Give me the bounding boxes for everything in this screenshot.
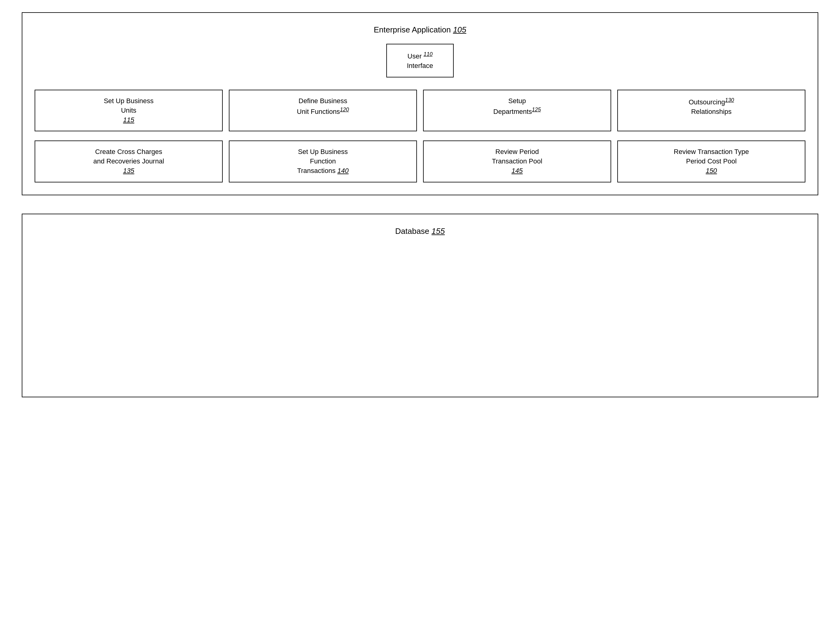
database-title: Database 155 — [34, 226, 806, 236]
review-ttpc-line1: Review Transaction Type — [674, 148, 749, 156]
set-up-business-units-ref: 115 — [123, 116, 134, 124]
review-transaction-type-period-cost-pool-box: Review Transaction Type Period Cost Pool… — [617, 141, 806, 182]
create-cross-charges-line2: and Recoveries Journal — [93, 157, 164, 165]
review-ttpc-ref: 150 — [706, 167, 717, 174]
database-ref: 155 — [432, 226, 445, 236]
set-up-business-function-transactions-box: Set Up Business Function Transactions 14… — [229, 141, 417, 182]
database-box: Database 155 — [22, 214, 818, 397]
user-interface-ref: 110 — [424, 51, 433, 57]
enterprise-app-label: Enterprise Application — [374, 25, 451, 34]
database-label: Database — [395, 226, 429, 236]
set-up-business-units-box: Set Up Business Units 115 — [34, 90, 223, 131]
set-up-business-units-line2: Units — [121, 107, 136, 114]
set-up-business-units-line1: Set Up Business — [104, 97, 154, 105]
outsourcing-label: Outsourcing — [689, 98, 725, 106]
top-components-row: Set Up Business Units 115 Define Busines… — [34, 90, 806, 131]
set-up-bft-line2: Function — [310, 157, 336, 165]
review-period-tp-line2: Transaction Pool — [492, 157, 542, 165]
setup-departments-line2: Departments — [493, 108, 532, 115]
review-period-tp-ref: 145 — [512, 167, 523, 174]
page-container: Enterprise Application 105 User 110 Inte… — [22, 12, 818, 397]
define-business-unit-functions-ref: 120 — [340, 107, 349, 113]
setup-departments-box: Setup Departments125 — [423, 90, 611, 131]
define-business-unit-functions-line2: Unit Functions — [297, 108, 340, 115]
outsourcing-ref: 130 — [725, 97, 734, 103]
review-period-tp-line1: Review Period — [495, 148, 539, 156]
set-up-bft-line1: Set Up Business — [298, 148, 348, 156]
review-period-transaction-pool-box: Review Period Transaction Pool 145 — [423, 141, 611, 182]
enterprise-application-title: Enterprise Application 105 — [34, 25, 806, 34]
bottom-components-row: Create Cross Charges and Recoveries Jour… — [34, 141, 806, 182]
define-business-unit-functions-box: Define Business Unit Functions120 — [229, 90, 417, 131]
enterprise-app-ref: 105 — [453, 25, 466, 34]
create-cross-charges-line1: Create Cross Charges — [95, 148, 162, 156]
relationships-label: Relationships — [691, 108, 731, 115]
define-business-unit-functions-line1: Define Business — [299, 97, 347, 105]
outsourcing-relationships-box: Outsourcing130 Relationships — [617, 90, 806, 131]
create-cross-charges-box: Create Cross Charges and Recoveries Jour… — [34, 141, 223, 182]
enterprise-application-box: Enterprise Application 105 User 110 Inte… — [22, 12, 818, 195]
review-ttpc-line2: Period Cost Pool — [686, 157, 736, 165]
user-interface-label-line1: User — [407, 52, 421, 60]
set-up-bft-line3: Transactions — [297, 167, 335, 174]
setup-departments-line1: Setup — [508, 97, 526, 105]
set-up-bft-ref: 140 — [337, 167, 349, 174]
create-cross-charges-ref: 135 — [123, 167, 134, 174]
setup-departments-ref: 125 — [532, 107, 541, 113]
user-interface-box: User 110 Interface — [386, 44, 454, 77]
user-interface-label-line2: Interface — [407, 62, 433, 70]
